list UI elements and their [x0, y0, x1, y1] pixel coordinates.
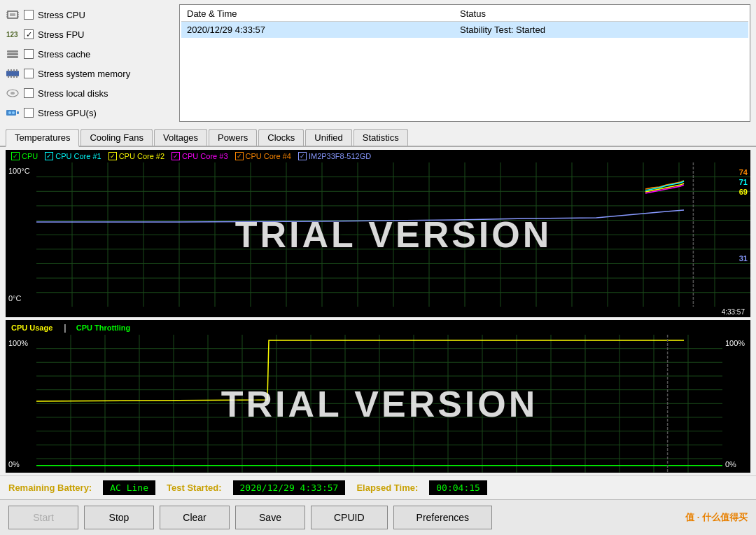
- log-table: Date & Time Status 2020/12/29 4:33:57 St…: [181, 6, 748, 38]
- stress-cpu-checkbox[interactable]: [24, 10, 34, 20]
- legend-core1-checkbox[interactable]: [45, 152, 53, 160]
- usage-chart-body: 100% 0%: [6, 335, 750, 473]
- stress-cache-label: Stress cache: [38, 49, 90, 60]
- elapsed-label: Elapsed Time:: [356, 482, 418, 493]
- stress-fpu-item: 123 Stress FPU: [6, 25, 174, 43]
- svg-rect-16: [16, 69, 18, 71]
- usage-y-axis-right: 100% 0%: [722, 335, 750, 473]
- stress-memory-item: Stress system memory: [6, 64, 174, 83]
- legend-core2-checkbox[interactable]: [108, 152, 117, 160]
- svg-rect-13: [8, 69, 9, 71]
- tab-powers[interactable]: Powers: [209, 129, 257, 146]
- charts-area: CPU CPU Core #1 CPU Core #2 CPU Core #3 …: [0, 147, 756, 475]
- preferences-button[interactable]: Preferences: [393, 506, 492, 529]
- disk-icon: [6, 88, 20, 99]
- legend-core3-label: CPU Core #3: [182, 152, 227, 160]
- usage-chart-legend: CPU Usage | CPU Throttling: [6, 320, 750, 335]
- legend-core1-label: CPU Core #1: [55, 152, 101, 160]
- svg-rect-12: [6, 71, 19, 76]
- svg-text:123: 123: [6, 31, 18, 39]
- stress-disk-checkbox[interactable]: [24, 88, 34, 98]
- legend-core2-label: CPU Core #2: [119, 152, 164, 160]
- stress-cpu-label: Stress CPU: [38, 10, 85, 20]
- stress-fpu-checkbox[interactable]: [24, 29, 34, 39]
- tab-cooling-fans[interactable]: Cooling Fans: [80, 129, 153, 146]
- log-datetime: 2020/12/29 4:33:57: [181, 22, 454, 39]
- stress-disk-item: Stress local disks: [6, 84, 174, 102]
- stress-fpu-label: Stress FPU: [38, 29, 84, 40]
- usage-chart-container: CPU Usage | CPU Throttling 100% 0%: [6, 320, 750, 473]
- legend-cpu-usage: CPU Usage: [11, 324, 54, 332]
- stress-gpu-item: Stress GPU(s): [6, 104, 174, 122]
- log-col-datetime: Date & Time: [181, 6, 454, 22]
- stress-cache-checkbox[interactable]: [24, 49, 34, 59]
- tab-clocks[interactable]: Clocks: [258, 129, 304, 146]
- tab-unified[interactable]: Unified: [305, 129, 351, 146]
- usage-grid-area: TRIAL VERSION: [36, 335, 722, 473]
- legend-core3-checkbox[interactable]: [172, 152, 180, 160]
- stress-gpu-checkbox[interactable]: [24, 108, 34, 118]
- bottom-bar: Start Stop Clear Save CPUID Preferences …: [0, 499, 756, 535]
- stress-cpu-item: Stress CPU: [6, 6, 174, 24]
- cpu-icon: [6, 9, 20, 20]
- log-col-status: Status: [454, 6, 748, 22]
- usage-legend-separator: |: [64, 322, 66, 333]
- legend-core4: CPU Core #4: [235, 152, 291, 160]
- usage-y-max-left: 100%: [8, 339, 34, 347]
- legend-ssd-checkbox[interactable]: [298, 152, 307, 160]
- temp-trial-watermark: TRIAL VERSION: [235, 214, 552, 256]
- log-row: 2020/12/29 4:33:57 Stability Test: Start…: [181, 22, 748, 39]
- temp-time-value: 4:33:57: [722, 308, 745, 316]
- status-bar: Remaining Battery: AC Line Test Started:…: [0, 475, 756, 499]
- svg-rect-10: [7, 53, 18, 55]
- legend-core3: CPU Core #3: [172, 152, 227, 160]
- usage-y-min-right: 0%: [725, 460, 748, 468]
- legend-core4-label: CPU Core #4: [246, 152, 291, 160]
- legend-ssd: IM2P33F8-512GD: [298, 152, 371, 160]
- usage-y-axis-left: 100% 0%: [6, 335, 36, 473]
- svg-rect-19: [13, 76, 15, 78]
- temp-y-axis: 100°C 0°C: [6, 162, 36, 307]
- svg-rect-18: [10, 76, 12, 78]
- usage-y-max-right: 100%: [725, 339, 748, 347]
- temp-chart-container: CPU CPU Core #1 CPU Core #2 CPU Core #3 …: [6, 150, 750, 317]
- legend-cpu-label: CPU: [22, 152, 38, 160]
- svg-rect-15: [13, 69, 15, 71]
- temp-y-max: 100°C: [8, 167, 34, 175]
- svg-point-26: [12, 111, 15, 114]
- watermark-logo: 值 · 什么值得买: [685, 511, 748, 524]
- legend-core4-checkbox[interactable]: [235, 152, 244, 160]
- stop-button[interactable]: Stop: [84, 506, 154, 529]
- temp-grid-area: TRIAL VERSION 74 71 69 31: [36, 162, 750, 307]
- legend-ssd-label: IM2P33F8-512GD: [309, 152, 371, 160]
- legend-cpu-checkbox[interactable]: [11, 152, 20, 160]
- stress-gpu-label: Stress GPU(s): [38, 108, 97, 118]
- app-window: Stress CPU 123 Stress FPU Stress cache: [0, 0, 756, 535]
- start-button[interactable]: Start: [8, 506, 78, 529]
- log-status: Stability Test: Started: [454, 22, 748, 39]
- usage-legend-cpu-label: CPU Usage: [11, 324, 52, 332]
- save-button[interactable]: Save: [235, 506, 305, 529]
- tab-voltages[interactable]: Voltages: [154, 129, 207, 146]
- temp-y-min: 0°C: [8, 294, 34, 303]
- tabs-bar: Temperatures Cooling Fans Voltages Power…: [0, 127, 756, 147]
- legend-cpu: CPU: [11, 152, 38, 160]
- tab-temperatures[interactable]: Temperatures: [6, 129, 79, 147]
- temp-chart-body: 100°C 0°C: [6, 162, 750, 307]
- top-section: Stress CPU 123 Stress FPU Stress cache: [0, 0, 756, 126]
- tab-statistics[interactable]: Statistics: [354, 129, 408, 146]
- svg-rect-11: [7, 56, 18, 58]
- svg-point-25: [8, 111, 11, 114]
- log-panel: Date & Time Status 2020/12/29 4:33:57 St…: [179, 4, 750, 122]
- svg-rect-9: [7, 50, 18, 53]
- svg-rect-1: [10, 13, 15, 16]
- memory-icon: [6, 68, 20, 79]
- svg-rect-17: [8, 76, 9, 78]
- legend-core1: CPU Core #1: [45, 152, 101, 160]
- clear-button[interactable]: Clear: [160, 506, 230, 529]
- temp-chart-legend: CPU CPU Core #1 CPU Core #2 CPU Core #3 …: [6, 150, 750, 162]
- stress-memory-checkbox[interactable]: [24, 69, 34, 78]
- gpu-icon: [6, 107, 20, 118]
- fpu-icon: 123: [6, 29, 20, 40]
- cpuid-button[interactable]: CPUID: [311, 506, 388, 529]
